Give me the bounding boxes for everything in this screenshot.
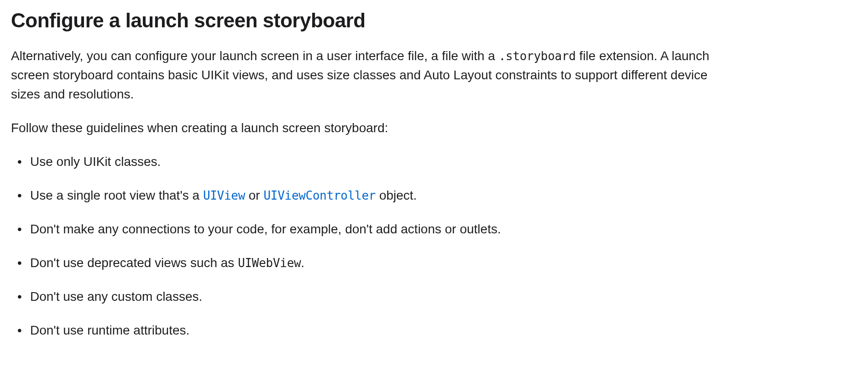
list-item: Don't use deprecated views such as UIWeb… bbox=[17, 253, 857, 273]
paragraph-text-prefix: Alternatively, you can configure your la… bbox=[11, 49, 499, 63]
list-item-text: Use a single root view that's a bbox=[30, 188, 203, 202]
code-uiwebview: UIWebView bbox=[238, 256, 301, 270]
list-item-text: Don't use deprecated views such as bbox=[30, 256, 238, 270]
code-storyboard-ext: .storyboard bbox=[499, 49, 576, 63]
guidelines-list: Use only UIKit classes. Use a single roo… bbox=[11, 152, 857, 340]
list-item: Don't use any custom classes. bbox=[17, 287, 857, 306]
guidelines-intro: Follow these guidelines when creating a … bbox=[11, 119, 732, 138]
list-item: Don't use runtime attributes. bbox=[17, 321, 857, 340]
uiviewcontroller-link[interactable]: UIViewController bbox=[263, 189, 376, 202]
uiview-link[interactable]: UIView bbox=[203, 189, 245, 202]
list-item-text: or bbox=[245, 188, 263, 202]
intro-paragraph: Alternatively, you can configure your la… bbox=[11, 46, 732, 104]
list-item: Use a single root view that's a UIView o… bbox=[17, 186, 857, 205]
section-heading: Configure a launch screen storyboard bbox=[11, 9, 857, 32]
list-item: Don't make any connections to your code,… bbox=[17, 220, 857, 239]
list-item-text: object. bbox=[376, 188, 417, 202]
list-item-text: . bbox=[301, 256, 304, 270]
list-item: Use only UIKit classes. bbox=[17, 152, 857, 171]
